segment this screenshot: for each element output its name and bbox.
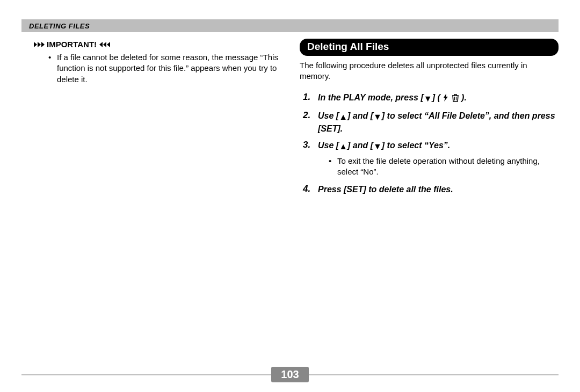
two-column-layout: IMPORTANT! If a file cannot be deleted f…: [21, 38, 559, 201]
step-number: 2.: [303, 110, 318, 134]
page-footer: 103: [21, 367, 559, 382]
manual-page: DELETING FILES IMPORTANT! If a file cann…: [0, 0, 580, 392]
step-text: Press [SET] to delete all the files.: [318, 184, 453, 195]
section-header-title: DELETING FILES: [29, 22, 90, 30]
subsection-intro: The following procedure deletes all unpr…: [300, 60, 559, 82]
subsection-title: Deleting All Files: [300, 39, 559, 56]
page-number: 103: [271, 367, 308, 382]
footer-rule-right: [309, 374, 559, 375]
down-triangle-icon: ▼: [373, 111, 382, 123]
svg-marker-0: [444, 93, 448, 101]
right-column: Deleting All Files The following procedu…: [300, 38, 559, 201]
step-2: 2. Use [▲] and [▼] to select “All File D…: [303, 110, 559, 134]
important-bullet: If a file cannot be deleted for some rea…: [48, 52, 280, 85]
triangle-left-icon: [99, 42, 110, 47]
up-triangle-icon: ▲: [339, 111, 347, 123]
important-callout: IMPORTANT!: [21, 40, 280, 49]
step-number: 3.: [303, 140, 318, 153]
step-3-sub-bullet: To exit the file delete operation withou…: [303, 156, 559, 178]
step-3: 3. Use [▲] and [▼] to select “Yes”.: [303, 140, 559, 153]
step-text: In the PLAY mode, press [▼] ( ).: [318, 92, 467, 105]
important-label: IMPORTANT!: [47, 40, 97, 49]
step-4: 4. Press [SET] to delete all the files.: [303, 184, 559, 195]
step-number: 1.: [303, 92, 318, 105]
down-triangle-icon: ▼: [424, 93, 432, 105]
step-text: Use [▲] and [▼] to select “Yes”.: [318, 140, 450, 153]
down-triangle-icon: ▼: [373, 141, 382, 153]
left-column: IMPORTANT! If a file cannot be deleted f…: [21, 38, 284, 201]
step-text: Use [▲] and [▼] to select “All File Dele…: [318, 110, 559, 134]
section-header-bar: DELETING FILES: [21, 19, 559, 32]
step-1: 1. In the PLAY mode, press [▼] ( ).: [303, 92, 559, 105]
step-list: 1. In the PLAY mode, press [▼] ( ). 2. U…: [300, 92, 559, 195]
footer-rule-left: [21, 374, 271, 375]
important-body: If a file cannot be deleted for some rea…: [21, 52, 280, 85]
flash-icon: [443, 93, 449, 105]
triangle-right-icon: [33, 42, 45, 47]
trash-icon: [452, 93, 459, 105]
step-number: 4.: [303, 184, 318, 195]
up-triangle-icon: ▲: [339, 141, 347, 153]
